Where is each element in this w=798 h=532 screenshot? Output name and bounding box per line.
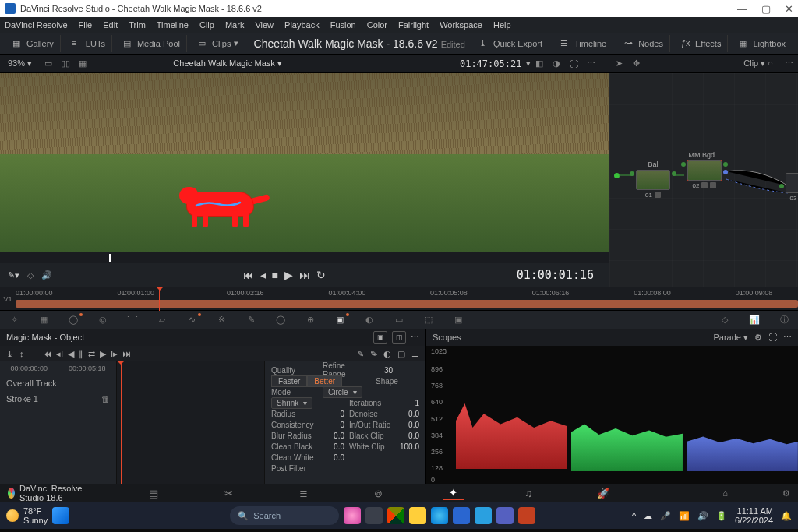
mask-overlay-icon[interactable]: ◫ bbox=[392, 331, 406, 344]
menu-timeline[interactable]: Timeline bbox=[157, 20, 189, 30]
magic-mask-icon[interactable]: ▣ bbox=[332, 314, 348, 326]
weather-widget[interactable]: 78°FSunny bbox=[23, 506, 48, 525]
menu-color[interactable]: Color bbox=[367, 20, 387, 30]
mail-icon[interactable] bbox=[475, 507, 492, 524]
home-icon[interactable]: ⌂ bbox=[722, 488, 728, 498]
explorer-icon[interactable] bbox=[409, 507, 426, 524]
track-in-icon[interactable]: ⤓ bbox=[6, 349, 13, 359]
info-icon[interactable]: ⓘ bbox=[776, 314, 792, 326]
shape-select[interactable]: Circle▾ bbox=[323, 386, 362, 398]
mode-select[interactable]: Shrink▾ bbox=[271, 397, 312, 409]
keyframe-icon[interactable]: ◇ bbox=[717, 314, 733, 326]
video-frame[interactable] bbox=[0, 73, 609, 252]
scopes-icon[interactable]: 📊 bbox=[747, 314, 762, 326]
menu-clip[interactable]: Clip bbox=[200, 20, 214, 30]
node-source-dot[interactable] bbox=[614, 173, 620, 178]
effects-button[interactable]: ƒxEffects bbox=[675, 35, 728, 52]
clips-button[interactable]: ▭Clips▾ bbox=[192, 35, 245, 52]
warper-icon[interactable]: ※ bbox=[214, 314, 229, 326]
menu-workspace[interactable]: Workspace bbox=[440, 20, 482, 30]
sizing-icon[interactable]: ⬚ bbox=[421, 314, 436, 326]
battery-icon[interactable]: 🔋 bbox=[716, 511, 727, 521]
track-fwd-one-icon[interactable]: Ⅰ▸ bbox=[111, 349, 118, 359]
copilot-icon[interactable] bbox=[344, 507, 361, 524]
rgb-mixer-icon[interactable]: ⋮⋮ bbox=[125, 314, 140, 326]
track-swap-icon[interactable]: ⇄ bbox=[88, 349, 95, 359]
track-fwd-all-icon[interactable]: ⏭ bbox=[122, 349, 131, 359]
page-deliver[interactable]: 🚀 bbox=[593, 488, 613, 499]
task-view-icon[interactable] bbox=[365, 507, 383, 524]
node-03[interactable]: 03 bbox=[786, 173, 798, 201]
menu-mark[interactable]: Mark bbox=[225, 20, 244, 30]
consistency-value[interactable]: 0 bbox=[323, 421, 344, 429]
stop-icon[interactable]: ■ bbox=[272, 269, 278, 281]
track-both-icon[interactable]: ↕ bbox=[19, 349, 24, 358]
page-fairlight[interactable]: ♫ bbox=[518, 488, 538, 499]
menu-fairlight[interactable]: Fairlight bbox=[398, 20, 429, 30]
project-settings-icon[interactable]: ⚙ bbox=[782, 488, 790, 499]
tray-chevron-icon[interactable]: ^ bbox=[632, 511, 636, 520]
camera-raw-icon[interactable]: ✧ bbox=[6, 314, 22, 326]
nodes-button[interactable]: ⊶Nodes bbox=[618, 35, 670, 52]
pointer-icon[interactable]: ➤ bbox=[612, 57, 626, 71]
panel-more-icon[interactable]: ⋯ bbox=[411, 333, 419, 343]
overall-track-row[interactable]: Overall Track bbox=[0, 375, 116, 391]
motion-icon[interactable]: ▱ bbox=[154, 314, 170, 326]
page-color[interactable]: ✦ bbox=[443, 487, 464, 500]
hdr-wheels-icon[interactable]: ◎ bbox=[95, 314, 111, 326]
quality-segment[interactable]: FasterBetter bbox=[271, 375, 342, 387]
loop-icon[interactable]: ↻ bbox=[316, 269, 326, 281]
track-rev-icon[interactable]: ◀ bbox=[68, 349, 74, 359]
scope-settings-icon[interactable]: ⚙ bbox=[754, 333, 762, 343]
gallery-button[interactable]: ▦Gallery bbox=[6, 35, 61, 52]
track-rev-all-icon[interactable]: ⏮ bbox=[43, 349, 51, 359]
pan-icon[interactable]: ✥ bbox=[629, 57, 643, 71]
viewer-scrubber[interactable] bbox=[0, 252, 609, 263]
node-01[interactable]: Bal 01 bbox=[636, 160, 670, 198]
close-button[interactable]: ✕ bbox=[785, 3, 793, 15]
node-graph[interactable]: Bal 01 MM Bgd... 02 03 bbox=[609, 73, 798, 287]
view-single-icon[interactable]: ▭ bbox=[41, 57, 55, 71]
tray-mic-icon[interactable]: 🎤 bbox=[660, 511, 671, 521]
iterations-value[interactable]: 1 bbox=[397, 399, 419, 407]
node-02[interactable]: MM Bgd... 02 bbox=[687, 151, 722, 188]
minimize-button[interactable]: — bbox=[737, 3, 747, 15]
curves-icon[interactable]: ∿ bbox=[184, 314, 200, 326]
maximize-button[interactable]: ▢ bbox=[761, 3, 771, 15]
luts-button[interactable]: ≡LUTs bbox=[65, 35, 112, 52]
parade-scope[interactable]: 1023 896 768 640 512 384 256 128 0 bbox=[426, 346, 798, 484]
clip-timeline[interactable]: V1 01:00:00:00 01:00:01:00 01:00:02:16 0… bbox=[0, 287, 798, 310]
microsoft-365-icon[interactable] bbox=[387, 507, 404, 524]
clip-bar[interactable] bbox=[16, 300, 798, 308]
taskbar-clock[interactable]: 11:11 AM6/22/2024 bbox=[735, 506, 773, 525]
menu-playback[interactable]: Playback bbox=[284, 20, 320, 30]
denoise-value[interactable]: 0.0 bbox=[397, 410, 419, 418]
track-fwd-icon[interactable]: ▶ bbox=[100, 349, 106, 359]
eyedropper-icon[interactable]: ✎▾ bbox=[8, 270, 19, 280]
menu-fusion[interactable]: Fusion bbox=[330, 20, 356, 30]
blur-radius-value[interactable]: 0.0 bbox=[323, 432, 344, 440]
notifications-icon[interactable]: 🔔 bbox=[781, 511, 792, 521]
mask-playhead[interactable] bbox=[121, 361, 122, 484]
audio-icon[interactable]: 🔊 bbox=[41, 270, 52, 280]
track-stop-icon[interactable]: ∥ bbox=[79, 349, 83, 359]
menu-davinci[interactable]: DaVinci Resolve bbox=[5, 20, 68, 30]
weather-icon[interactable] bbox=[6, 509, 19, 522]
page-edit[interactable]: ≣ bbox=[294, 488, 314, 499]
scope-expand-icon[interactable]: ⛶ bbox=[768, 333, 777, 342]
volume-icon[interactable]: 🔊 bbox=[697, 511, 708, 521]
zoom-level[interactable]: 93% ▾ bbox=[0, 58, 40, 69]
chevron-down-icon[interactable]: ▾ bbox=[526, 58, 531, 69]
scope-more-icon[interactable]: ⋯ bbox=[783, 333, 792, 343]
start-button[interactable] bbox=[52, 507, 69, 524]
quick-export-button[interactable]: ⤓Quick Export bbox=[473, 35, 549, 52]
tracker-icon[interactable]: ⊕ bbox=[302, 314, 318, 326]
stroke-row[interactable]: Stroke 1🗑 bbox=[0, 391, 116, 407]
goto-start-icon[interactable]: ⏮ bbox=[243, 269, 254, 281]
3d-icon[interactable]: ▣ bbox=[450, 314, 466, 326]
delete-icon[interactable]: 🗑 bbox=[101, 394, 110, 403]
node-scope-select[interactable]: Clip ▾ ○ bbox=[736, 58, 781, 69]
view-dual-icon[interactable]: ▯▯ bbox=[58, 57, 72, 71]
settings-icon[interactable]: ☰ bbox=[411, 349, 419, 359]
lightbox-button[interactable]: ▦Lightbox bbox=[733, 35, 792, 52]
